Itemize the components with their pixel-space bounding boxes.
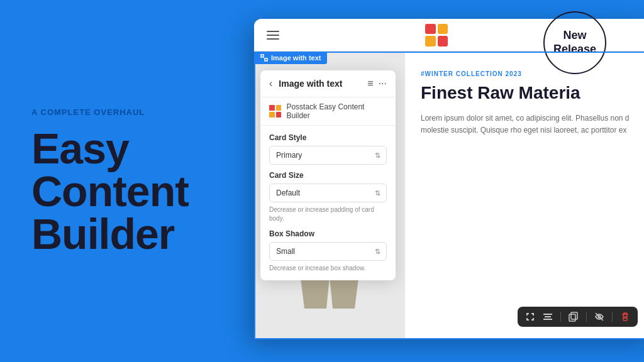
panel-back-button[interactable]: ‹ [269,78,272,89]
content-area: Image with text ‹ Image with text ≡ ··· … [254,52,644,339]
hamburger-line-3 [267,38,279,40]
toolbar-divider-2 [586,312,587,322]
card-size-label: Card Size [269,171,387,180]
card-size-select[interactable]: Default [269,184,387,202]
resize-icon [260,54,268,62]
panel-layers-icon: ≡ [367,78,373,89]
toolbar-align-icon[interactable] [543,312,553,322]
selection-tag: Image with text [254,52,327,64]
panel-plugin-row: Posstack Easy Content Builder [260,97,396,126]
bottom-toolbar [518,307,638,327]
main-title: Easy Content Builder [31,127,233,255]
title-line2: Content [31,167,189,215]
card-style-select[interactable]: Primary [269,146,387,165]
panel-header: ‹ Image with text ≡ ··· [260,70,396,97]
left-section: A COMPLETE OVERHAUL Easy Content Builder [0,0,264,362]
hamburger-line-2 [267,35,279,36]
right-content: #WINTER COLLECTION 2023 Finest Raw Mater… [405,52,644,339]
toolbar-divider-1 [560,312,561,322]
svg-rect-0 [261,55,264,57]
svg-rect-6 [543,314,552,315]
box-shadow-select[interactable]: Small [269,242,387,261]
card-size-select-wrapper: Default [269,184,387,202]
hamburger-icon[interactable] [267,31,279,40]
panel-title: Image with text [279,79,362,89]
plugin-logo [269,105,281,118]
svg-rect-7 [545,316,551,317]
product-title: Finest Raw Materia [421,84,641,103]
hamburger-line-1 [267,31,279,32]
card-style-label: Card Style [269,133,387,142]
card-size-hint: Decrease or increase padding of card bod… [269,206,387,223]
box-shadow-select-wrapper: Small [269,242,387,261]
toolbar-transform-icon[interactable] [525,312,535,322]
toolbar-hide-icon[interactable] [594,312,604,322]
box-shadow-label: Box Shadow [269,229,387,238]
product-description: Lorem ipsum dolor sit amet, co adipiscin… [421,112,641,136]
overhaul-label: A COMPLETE OVERHAUL [31,107,233,117]
logo-cell-4 [438,36,448,47]
card-style-select-wrapper: Primary [269,146,387,165]
selection-tag-text: Image with text [271,54,321,62]
new-release-text: NewRelease [553,29,596,56]
app-logo [425,24,448,47]
logo-cell-2 [438,24,448,35]
plugin-logo-cell-1 [269,105,275,111]
toolbar-delete-icon[interactable] [620,312,630,322]
plugin-logo-cell-2 [276,105,282,111]
svg-rect-10 [569,314,575,321]
panel-more-icon[interactable]: ··· [379,78,387,89]
plugin-logo-cell-4 [276,112,282,118]
title-line1: Easy [31,124,129,172]
logo-cell-1 [425,24,436,35]
svg-rect-8 [543,319,552,320]
winter-label: #WINTER COLLECTION 2023 [421,70,641,77]
toolbar-copy-icon[interactable] [569,312,579,322]
plugin-logo-cell-3 [269,112,275,118]
svg-rect-1 [265,58,267,61]
title-line3: Builder [31,210,174,258]
box-shadow-hint: Decrease or increase box shadow. [269,264,387,273]
svg-rect-9 [571,312,577,319]
settings-panel: ‹ Image with text ≡ ··· Posstack Easy Co… [260,70,396,280]
plugin-name: Posstack Easy Content Builder [286,102,387,120]
toolbar-divider-3 [612,312,613,322]
panel-body: Card Style Primary Card Size Default Dec… [260,126,396,280]
logo-cell-3 [425,36,436,47]
new-release-badge: NewRelease [543,11,606,74]
